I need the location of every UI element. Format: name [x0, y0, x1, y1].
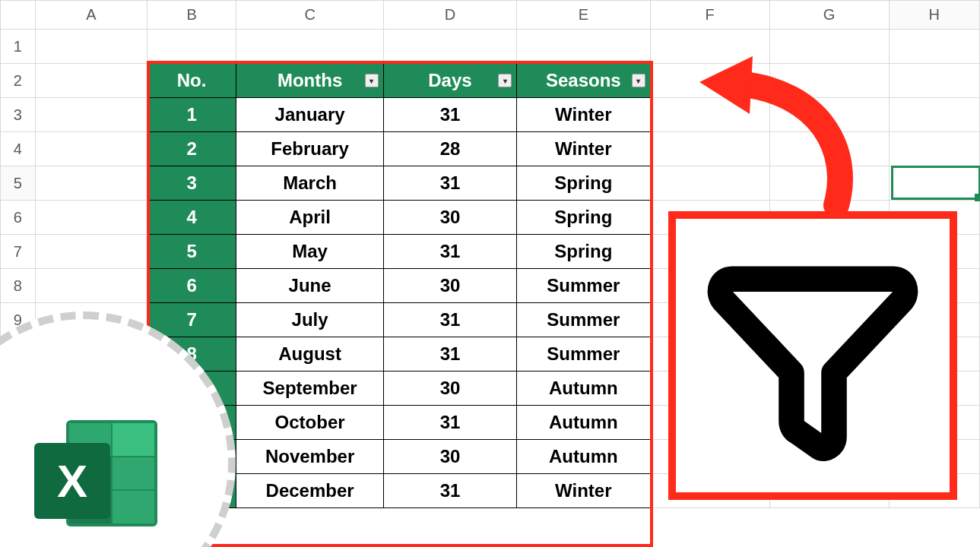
- col-header-d[interactable]: D: [383, 1, 516, 30]
- cell[interactable]: [889, 64, 979, 98]
- table-cell-no[interactable]: 3: [147, 166, 236, 201]
- table-cell-days[interactable]: 31: [383, 303, 516, 337]
- cell[interactable]: [35, 98, 147, 132]
- row-header[interactable]: 4: [1, 132, 36, 166]
- table-cell-days[interactable]: 31: [383, 98, 516, 132]
- table-cell-no[interactable]: 5: [147, 235, 236, 269]
- col-header-e[interactable]: E: [517, 1, 650, 30]
- table-cell-month[interactable]: March: [236, 166, 384, 201]
- funnel-icon: [706, 249, 919, 462]
- row-header[interactable]: 6: [1, 201, 36, 235]
- col-header-c[interactable]: C: [236, 1, 384, 30]
- table-cell-days[interactable]: 28: [383, 132, 516, 166]
- cell[interactable]: [650, 166, 769, 201]
- table-cell-season[interactable]: Summer: [517, 303, 650, 337]
- cell[interactable]: [650, 98, 769, 132]
- col-header-a[interactable]: A: [35, 1, 147, 30]
- table-cell-days[interactable]: 30: [383, 269, 516, 303]
- table-cell-no[interactable]: 1: [147, 98, 236, 132]
- cell[interactable]: [889, 132, 979, 166]
- table-cell-month[interactable]: September: [236, 372, 384, 406]
- cell[interactable]: [35, 269, 147, 303]
- table-cell-season[interactable]: Spring: [517, 235, 650, 269]
- cell[interactable]: [650, 132, 769, 166]
- table-cell-month[interactable]: August: [236, 337, 384, 372]
- table-cell-month[interactable]: January: [236, 98, 384, 132]
- cell[interactable]: [889, 98, 979, 132]
- cell[interactable]: [769, 166, 889, 201]
- table-cell-days[interactable]: 30: [383, 440, 516, 474]
- table-cell-season[interactable]: Autumn: [517, 406, 650, 440]
- col-header-b[interactable]: B: [147, 1, 236, 30]
- table-cell-season[interactable]: Summer: [517, 269, 650, 303]
- cell[interactable]: [383, 30, 516, 64]
- filter-dropdown-icon[interactable]: ▾: [365, 74, 379, 87]
- cell[interactable]: [889, 166, 979, 201]
- cell[interactable]: [35, 30, 147, 64]
- table-cell-season[interactable]: Winter: [517, 132, 650, 166]
- table-cell-season[interactable]: Summer: [517, 337, 650, 372]
- table-header-seasons[interactable]: Seasons▾: [517, 64, 650, 98]
- table-cell-season[interactable]: Spring: [517, 166, 650, 201]
- cell[interactable]: [517, 30, 650, 64]
- row-header[interactable]: 2: [1, 64, 36, 98]
- table-cell-month[interactable]: June: [236, 269, 384, 303]
- excel-logo-letter: X: [34, 443, 110, 519]
- table-cell-days[interactable]: 31: [383, 235, 516, 269]
- cell[interactable]: [35, 64, 147, 98]
- table-cell-no[interactable]: 2: [147, 132, 236, 166]
- cell[interactable]: [35, 132, 147, 166]
- col-header-h[interactable]: H: [889, 1, 979, 30]
- col-header-f[interactable]: F: [650, 1, 769, 30]
- cell[interactable]: [769, 132, 889, 166]
- cell[interactable]: [650, 64, 769, 98]
- filter-dropdown-icon[interactable]: ▾: [632, 74, 645, 87]
- table-cell-month[interactable]: May: [236, 235, 384, 269]
- cell[interactable]: [650, 30, 769, 64]
- row-header[interactable]: 8: [1, 269, 36, 303]
- table-header-days[interactable]: Days▾: [383, 64, 516, 98]
- table-cell-month[interactable]: February: [236, 132, 384, 166]
- filter-icon-callout: [668, 211, 957, 500]
- table-cell-month[interactable]: July: [236, 303, 384, 337]
- table-cell-days[interactable]: 31: [383, 166, 516, 201]
- table-cell-days[interactable]: 30: [383, 372, 516, 406]
- table-cell-season[interactable]: Spring: [517, 201, 650, 235]
- table-cell-days[interactable]: 30: [383, 201, 516, 235]
- table-cell-no[interactable]: 6: [147, 269, 236, 303]
- row-header[interactable]: 1: [1, 30, 36, 64]
- table-cell-season[interactable]: Autumn: [517, 440, 650, 474]
- cell[interactable]: [769, 30, 889, 64]
- table-cell-days[interactable]: 31: [383, 474, 516, 508]
- cell[interactable]: [769, 98, 889, 132]
- select-all-corner[interactable]: [1, 1, 36, 30]
- cell[interactable]: [889, 30, 979, 64]
- table-cell-month[interactable]: November: [236, 440, 384, 474]
- cell[interactable]: [147, 30, 236, 64]
- table-cell-month[interactable]: April: [236, 201, 384, 235]
- table-header-months[interactable]: Months▾: [236, 64, 384, 98]
- table-cell-season[interactable]: Winter: [517, 98, 650, 132]
- col-header-g[interactable]: G: [769, 1, 889, 30]
- table-cell-season[interactable]: Autumn: [517, 372, 650, 406]
- cell[interactable]: [769, 64, 889, 98]
- table-cell-season[interactable]: Winter: [517, 474, 650, 508]
- cell[interactable]: [236, 30, 384, 64]
- cell[interactable]: [35, 235, 147, 269]
- row-header[interactable]: 7: [1, 235, 36, 269]
- table-cell-month[interactable]: October: [236, 406, 384, 440]
- table-cell-days[interactable]: 31: [383, 337, 516, 372]
- cell[interactable]: [35, 166, 147, 201]
- row-header[interactable]: 3: [1, 98, 36, 132]
- table-cell-no[interactable]: 4: [147, 201, 236, 235]
- row-header[interactable]: 5: [1, 166, 36, 201]
- table-cell-days[interactable]: 31: [383, 406, 516, 440]
- filter-dropdown-icon[interactable]: ▾: [498, 74, 512, 87]
- cell[interactable]: [35, 201, 147, 235]
- table-header-no[interactable]: No.: [147, 64, 236, 98]
- table-cell-month[interactable]: December: [236, 474, 384, 508]
- excel-logo: X: [34, 414, 163, 543]
